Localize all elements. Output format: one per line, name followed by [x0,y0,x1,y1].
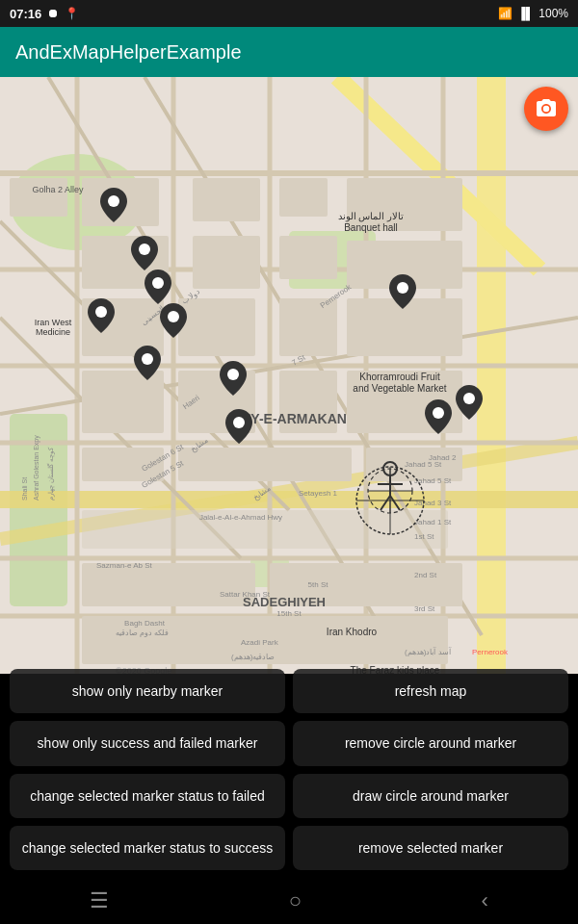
time-display: 07:16 [10,7,41,21]
svg-text:Sattar Khan St: Sattar Khan St [220,590,271,599]
svg-text:Iran West: Iran West [35,318,72,327]
marker-9[interactable] [389,274,416,309]
svg-point-103 [227,369,239,380]
location-icon: 📍 [65,7,79,20]
svg-point-105 [397,282,408,294]
wifi-icon: 📶 [498,7,512,20]
svg-text:کوچه گلستان چهارم: کوچه گلستان چهارم [46,447,55,500]
draw-circle-button[interactable]: draw circle around marker [293,774,568,818]
svg-text:Medicine: Medicine [36,327,70,337]
marker-10[interactable] [425,399,452,434]
status-bar-right: 📶 ▐▌ 100% [498,7,568,20]
status-bar: 07:16 ⏺ 📍 📶 ▐▌ 100% [0,0,578,27]
svg-text:Shali St: Shali St [21,477,28,500]
svg-text:1st St: 1st St [414,532,434,541]
svg-point-100 [168,311,179,322]
show-success-failed-button[interactable]: show only success and failed marker [10,721,285,765]
svg-rect-31 [193,236,260,289]
status-success-button[interactable]: change selected marker status to success [10,826,285,870]
nav-home-icon[interactable]: ○ [289,888,302,913]
svg-rect-26 [10,178,67,217]
svg-text:Setayesh 1: Setayesh 1 [299,489,338,498]
svg-rect-37 [279,298,337,356]
svg-line-111 [381,496,390,510]
svg-text:تالار الماس الوند: تالار الماس الوند [338,211,405,222]
app-bar: AndExMapHelperExample [0,27,578,77]
svg-text:صادقیه(هدهم): صادقیه(هدهم) [231,653,275,661]
svg-text:فلکه دوم صادقیه: فلکه دوم صادقیه [116,629,169,637]
svg-rect-32 [279,236,337,279]
svg-text:Khorramroudi Fruit: Khorramroudi Fruit [359,372,440,382]
camera-icon [535,97,558,120]
svg-rect-44 [178,448,352,481]
svg-text:Pernerook: Pernerook [472,648,509,656]
svg-text:Bagh Dasht: Bagh Dasht [124,619,166,628]
svg-text:3rd St: 3rd St [414,604,435,613]
svg-text:Jahad 1 St: Jahad 1 St [414,518,452,526]
nav-menu-icon[interactable]: ☰ [90,888,109,913]
marker-11[interactable] [456,385,483,420]
svg-text:and Vegetable Market: and Vegetable Market [353,383,447,394]
marker-7[interactable] [220,361,247,396]
svg-text:Iran Khodro: Iran Khodro [327,627,378,637]
svg-text:Jalal-e-Al-e-Ahmad Hwy: Jalal-e-Al-e-Ahmad Hwy [199,513,282,522]
battery-display: 100% [539,7,568,20]
svg-text:Jahad 3 St: Jahad 3 St [414,499,452,507]
svg-text:Jahad 2: Jahad 2 [429,453,457,462]
signal-icon: ▐▌ [517,7,534,20]
svg-rect-36 [178,298,255,356]
svg-text:آسد آباد(هدهم): آسد آباد(هدهم) [405,647,452,656]
recording-icon: ⏺ [47,7,59,20]
action-buttons-area: show only nearby marker refresh map show… [0,661,578,878]
remove-marker-button[interactable]: remove selected marker [293,826,568,870]
marker-6[interactable] [134,346,161,380]
svg-point-98 [139,244,150,255]
svg-text:5th St: 5th St [308,580,329,589]
remove-circle-button[interactable]: remove circle around marker [293,721,568,765]
svg-point-101 [95,306,107,318]
nav-bar: ☰ ○ ‹ [0,878,578,924]
marker-5[interactable] [88,298,115,333]
svg-rect-29 [279,178,328,217]
map-background: KUY-E-ARMAKAN SADEGHIYEH Khorramroudi Fr… [0,77,578,674]
svg-rect-6 [477,77,506,674]
refresh-map-button[interactable]: refresh map [293,669,568,713]
show-nearby-marker-button[interactable]: show only nearby marker [10,669,285,713]
svg-point-104 [233,417,245,428]
svg-text:Sazman-e Ab St: Sazman-e Ab St [96,561,153,570]
map-container[interactable]: KUY-E-ARMAKAN SADEGHIYEH Khorramroudi Fr… [0,77,578,674]
marker-4[interactable] [160,303,187,338]
svg-text:Ashraf Golestan Expy: Ashraf Golestan Expy [33,435,40,500]
svg-line-112 [390,496,400,510]
status-failed-button[interactable]: change selected marker status to failed [10,774,285,818]
svg-point-99 [152,277,164,289]
marker-3[interactable] [144,270,171,304]
svg-point-97 [108,195,119,207]
svg-text:15th St: 15th St [276,609,302,618]
svg-point-107 [463,393,475,404]
app-title: AndExMapHelperExample [15,41,242,64]
svg-text:Golha 2 Alley: Golha 2 Alley [32,185,84,194]
svg-text:2nd St: 2nd St [414,571,437,579]
marker-1[interactable] [100,188,127,222]
svg-point-106 [433,407,444,419]
marker-2[interactable] [131,236,158,270]
svg-text:Azadi Park: Azadi Park [241,638,279,647]
marker-8[interactable] [225,409,252,444]
nav-back-icon[interactable]: ‹ [481,888,487,913]
svg-text:Banquet hall: Banquet hall [344,222,398,233]
svg-point-102 [142,353,153,365]
svg-rect-28 [193,178,260,221]
status-bar-left: 07:16 ⏺ 📍 [10,7,79,21]
fab-camera-button[interactable] [524,87,568,131]
person-location-icon [364,457,416,525]
